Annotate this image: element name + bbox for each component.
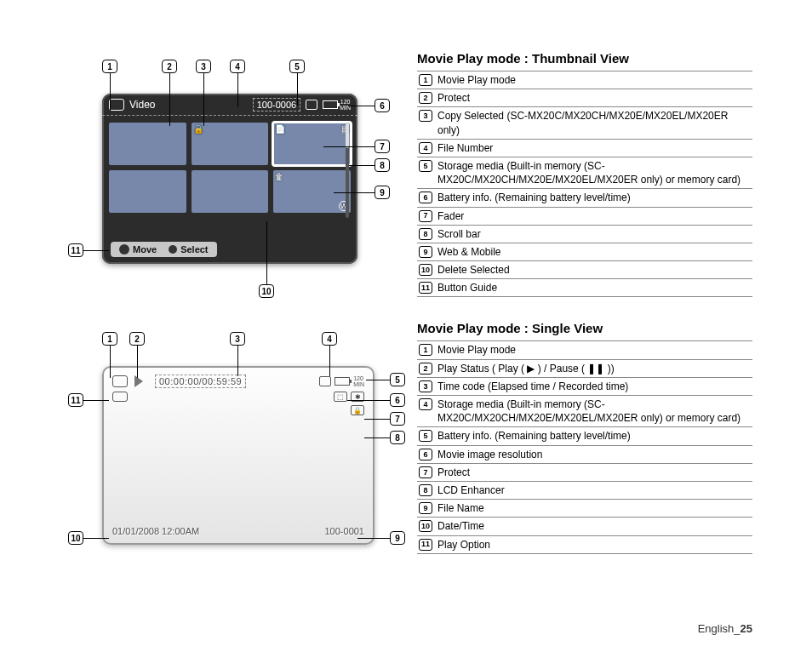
- callout-11: 11: [68, 243, 83, 257]
- callout-10: 10: [259, 284, 274, 298]
- select-label: Select: [180, 244, 208, 255]
- storage-media-icon: [306, 100, 317, 110]
- legend-row: 6Movie image resolution: [417, 446, 752, 464]
- thumbnail-title: Movie Play mode : Thumbnail View: [417, 51, 752, 66]
- s-callout-6: 6: [390, 393, 405, 407]
- thumbnail-3[interactable]: 📄 ▤: [273, 123, 351, 165]
- figure-single-view: 1 2 3 4 5 6 7 8 9 11 10: [68, 332, 392, 545]
- legend-row: 10Date/Time: [417, 518, 752, 535]
- button-guide: Move Select: [111, 242, 217, 257]
- s-callout-5: 5: [390, 373, 405, 386]
- time-code: 00:00:00/00:59:59: [155, 375, 246, 388]
- movie-mode-icon: [109, 99, 124, 111]
- storage-media-icon: [319, 376, 331, 386]
- page-footer: English_25: [698, 622, 752, 635]
- legend-row: 3Time code (Elapsed time / Recorded time…: [417, 378, 752, 396]
- thumbnail-2[interactable]: 🔒: [192, 123, 269, 165]
- resolution-icon: ⬚: [334, 392, 347, 402]
- callout-6: 6: [375, 99, 390, 112]
- callout-8: 8: [375, 158, 390, 172]
- legend-row: 11Play Option: [417, 536, 752, 554]
- legend-row: 8Scroll bar: [417, 226, 752, 243]
- callout-2: 2: [162, 60, 177, 73]
- move-label: Move: [133, 244, 157, 255]
- mode-label: Video: [129, 99, 155, 111]
- legend-row: 4Storage media (Built-in memory (SC-MX20…: [417, 396, 752, 427]
- ok-icon: [169, 245, 177, 254]
- battery-icon: [335, 377, 350, 386]
- s-callout-1: 1: [102, 332, 117, 346]
- s-callout-9: 9: [390, 531, 405, 545]
- callout-3: 3: [196, 60, 211, 73]
- legend-row: 9Web & Mobile: [417, 243, 752, 261]
- legend-row: 4File Number: [417, 140, 752, 157]
- legend-row: 1Movie Play mode: [417, 71, 752, 89]
- section-thumbnail-legend: Movie Play mode : Thumbnail View 1Movie …: [417, 51, 752, 297]
- legend-row: 5Storage media (Built-in memory (SC-MX20…: [417, 157, 752, 189]
- s-callout-11: 11: [68, 393, 83, 407]
- s-callout-4: 4: [322, 332, 337, 346]
- legend-row: 9File Name: [417, 500, 752, 518]
- callout-5: 5: [289, 60, 305, 73]
- legend-row: 7Fader: [417, 208, 752, 226]
- delete-selected-icon: 🗑: [275, 172, 283, 181]
- date-time: 01/01/2008 12:00AM: [112, 526, 199, 536]
- s-callout-7: 7: [390, 412, 405, 426]
- play-option-icon: [112, 392, 128, 402]
- legend-row: 5Battery info. (Remaining battery level/…: [417, 427, 752, 445]
- single-title: Movie Play mode : Single View: [417, 321, 752, 335]
- play-icon: [134, 375, 143, 387]
- scroll-bar[interactable]: [346, 123, 349, 218]
- callout-9: 9: [375, 186, 390, 199]
- thumbnail-6[interactable]: 🗑 W: [273, 170, 351, 213]
- legend-row: 2Protect: [417, 89, 752, 107]
- legend-row: 6Battery info. (Remaining battery level/…: [417, 189, 752, 207]
- legend-row: 1Movie Play mode: [417, 341, 752, 359]
- file-number: 100-0006: [253, 98, 301, 112]
- s-callout-2: 2: [129, 332, 145, 346]
- legend-row: 3Copy Selected (SC-MX20C/MX20CH/MX20E/MX…: [417, 107, 752, 139]
- legend-row: 10Delete Selected: [417, 261, 752, 279]
- callout-7: 7: [375, 140, 390, 153]
- thumbnail-5[interactable]: [192, 170, 269, 213]
- lcd-thumbnail: Video 100-0006 120 MIN 🔒: [102, 94, 357, 264]
- thumbnail-1[interactable]: [109, 123, 186, 165]
- file-name: 100-0001: [325, 526, 365, 536]
- legend-row: 7Protect: [417, 464, 752, 482]
- legend-row: 2Play Status ( Play ( ▶ ) / Pause ( ❚❚ )…: [417, 360, 752, 378]
- protect-icon: 🔒: [351, 405, 364, 415]
- protect-icon: 🔒: [193, 124, 203, 134]
- section-single-legend: Movie Play mode : Single View 1Movie Pla…: [417, 321, 752, 553]
- battery-indicator: 120 MIN: [323, 99, 351, 111]
- battery-icon: [323, 100, 338, 109]
- callout-4: 4: [230, 60, 245, 73]
- dpad-icon: [119, 244, 129, 255]
- s-callout-3: 3: [230, 332, 245, 346]
- legend-row: 8LCD Enhancer: [417, 482, 752, 500]
- figure-thumbnail-view: 1 2 3 4 5 6 7 8 9 11 10: [68, 60, 392, 298]
- copy-selected-icon: 📄: [275, 124, 285, 134]
- legend-row: 11Button Guide: [417, 279, 752, 297]
- lcd-single: 00:00:00/00:59:59 120 MIN ⬚: [102, 366, 375, 545]
- callout-1: 1: [102, 60, 117, 73]
- s-callout-10: 10: [68, 531, 83, 545]
- movie-mode-icon: [112, 375, 128, 387]
- thumbnail-4[interactable]: [109, 170, 186, 213]
- s-callout-8: 8: [390, 431, 405, 444]
